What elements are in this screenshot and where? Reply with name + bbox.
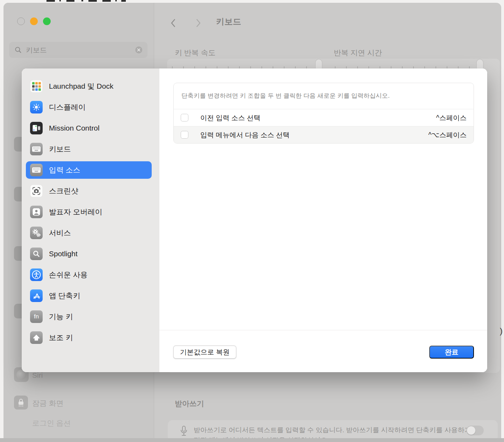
search-input[interactable]	[25, 46, 135, 54]
dictation-title: 받아쓰기	[175, 399, 204, 408]
shortcuts-sidebar: Launchpad 및 Dock 디스플레이 Mission Control 키…	[22, 68, 159, 372]
keyboard-icon	[30, 143, 43, 155]
shortcut-checkbox[interactable]	[181, 131, 188, 139]
sidebar-item-mission-control[interactable]: Mission Control	[26, 119, 152, 137]
shortcut-row-previous-input-source[interactable]: 이전 입력 소스 선택 ^스페이스	[174, 109, 474, 126]
launchpad-dock-icon	[30, 80, 43, 93]
dictation-description-line1: 받아쓰기로 어디서든 텍스트를 입력할 수 있습니다. 받아쓰기를 시작하려면 …	[194, 426, 478, 435]
sidebar-item-modifier-keys[interactable]: 보조 키	[26, 329, 152, 346]
stray-character: )	[500, 326, 503, 336]
shortcuts-panel: 단축키를 변경하려면 키 조합을 두 번 클릭한 다음 새로운 키를 입력하십시…	[173, 83, 474, 143]
search-icon	[15, 46, 22, 53]
footer-divider	[159, 330, 487, 330]
search-field[interactable]	[9, 42, 147, 58]
accessibility-icon	[30, 268, 43, 281]
sidebar-item-lock-screen[interactable]: 잠금 화면	[32, 398, 64, 408]
shortcut-key-combo[interactable]: ^스페이스	[436, 113, 467, 123]
screen: Siri 잠금 화면 로그인 옵션 키보드 키 반복 속도 반복 지연 시간 받…	[0, 0, 504, 442]
shortcut-checkbox[interactable]	[181, 114, 188, 121]
back-button[interactable]	[170, 18, 176, 28]
sidebar-item-spotlight[interactable]: Spotlight	[26, 245, 152, 263]
presenter-overlay-icon	[30, 206, 43, 218]
minimize-button[interactable]	[30, 17, 38, 25]
sidebar-item-screenshot[interactable]: 스크린샷	[26, 182, 152, 200]
function-keys-icon: fn	[30, 310, 43, 323]
dictation-toggle[interactable]	[466, 426, 484, 435]
repeat-delay-label: 반복 지연 시간	[334, 48, 382, 58]
app-shortcuts-icon	[30, 289, 43, 302]
forward-button[interactable]	[196, 18, 201, 28]
shortcuts-content: 단축키를 변경하려면 키 조합을 두 번 클릭한 다음 새로운 키를 입력하십시…	[159, 68, 487, 372]
sidebar-item-accessibility[interactable]: 손쉬운 사용	[26, 266, 152, 283]
microphone-icon	[180, 426, 188, 439]
spotlight-icon	[30, 248, 43, 260]
done-button[interactable]: 완료	[429, 346, 474, 359]
sidebar-item-function-keys[interactable]: fn 기능 키	[26, 308, 152, 325]
key-repeat-label: 키 반복 속도	[175, 48, 216, 58]
sidebar-item-input-sources[interactable]: 입력 소스	[26, 161, 152, 179]
modifier-keys-icon	[30, 331, 43, 344]
zoom-button[interactable]	[43, 17, 51, 25]
sidebar-item-services[interactable]: 서비스	[26, 224, 152, 242]
close-button[interactable]	[17, 17, 25, 25]
clear-search-icon[interactable]	[135, 46, 143, 54]
keyboard-shortcuts-dialog: Launchpad 및 Dock 디스플레이 Mission Control 키…	[22, 68, 487, 372]
mission-control-icon	[30, 122, 43, 134]
lock-screen-icon	[14, 396, 28, 410]
sidebar-item-launchpad-dock[interactable]: Launchpad 및 Dock	[26, 78, 152, 95]
dictation-card: 받아쓰기로 어디서든 텍스트를 입력할 수 있습니다. 받아쓰기를 시작하려면 …	[168, 420, 498, 439]
sidebar-item-siri[interactable]: Siri	[32, 371, 43, 380]
screenshot-icon	[30, 185, 43, 197]
sidebar-item-presenter-overlay[interactable]: 발표자 오버레이	[26, 203, 152, 221]
sidebar-item-keyboard[interactable]: 키보드	[26, 140, 152, 158]
shortcut-row-next-input-source[interactable]: 입력 메뉴에서 다음 소스 선택 ^⌥스페이스	[174, 126, 474, 143]
input-sources-icon	[30, 164, 43, 176]
services-icon	[30, 227, 43, 239]
page-title: 키보드	[216, 16, 241, 27]
sidebar-item-app-shortcuts[interactable]: 앱 단축키	[26, 287, 152, 304]
sidebar-item-display[interactable]: 디스플레이	[26, 98, 152, 116]
restore-defaults-button[interactable]: 기본값으로 복원	[173, 346, 236, 359]
shortcut-key-combo[interactable]: ^⌥스페이스	[428, 130, 467, 140]
sidebar-item-login-options[interactable]: 로그인 옵션	[32, 418, 71, 428]
shortcuts-instruction: 단축키를 변경하려면 키 조합을 두 번 클릭한 다음 새로운 키를 입력하십시…	[174, 83, 474, 109]
window-bottom-edge	[0, 438, 504, 442]
display-icon	[30, 101, 43, 113]
